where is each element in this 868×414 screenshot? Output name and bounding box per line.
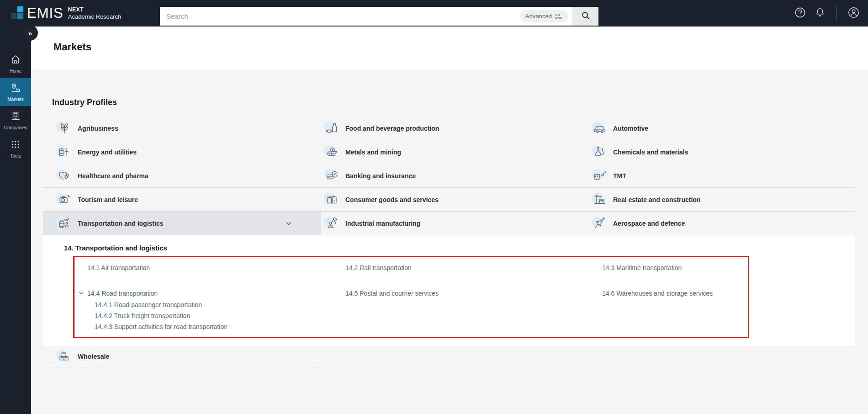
sidebar-expand-button[interactable]: » bbox=[23, 26, 37, 40]
industry-banking-and-insurance[interactable]: Banking and insurance bbox=[321, 164, 587, 188]
industry-transportation-and-logistics[interactable]: Transportation and logistics bbox=[43, 212, 321, 235]
flasks-icon bbox=[593, 145, 608, 159]
chevron-down-icon bbox=[285, 220, 292, 227]
industry-label: Automotive bbox=[613, 125, 648, 132]
industry-label: Banking and insurance bbox=[345, 172, 416, 180]
search-submit-button[interactable] bbox=[572, 7, 598, 26]
sub-industry-row: 14.4 Road transportation 14.4.1 Road pas… bbox=[87, 288, 748, 332]
emis-logo[interactable]: EMIS NEXT Academic Research bbox=[11, 5, 121, 21]
bus-plane-icon bbox=[58, 216, 72, 231]
link-maritime-transportation[interactable]: 14.3 Maritime transportation bbox=[602, 263, 748, 273]
emis-logo-squares-icon bbox=[11, 5, 24, 21]
industry-consumer-goods-and-services[interactable]: Consumer goods and services bbox=[321, 188, 587, 212]
industry-label: Aerospace and defence bbox=[613, 220, 685, 227]
industry-real-estate-and-construction[interactable]: Real estate and construction bbox=[587, 188, 855, 212]
help-button[interactable] bbox=[794, 7, 806, 20]
industry-profiles-grid: Agribusiness Food and beverage productio… bbox=[43, 117, 855, 235]
link-rail-transportation[interactable]: 14.2 Rail transportation bbox=[345, 263, 602, 273]
robot-arm-icon bbox=[325, 216, 340, 231]
fighter-jet-icon bbox=[593, 216, 608, 231]
wheat-icon bbox=[58, 121, 72, 136]
shopping-bags-icon bbox=[325, 192, 340, 207]
sidebar-nav: Home Markets Companies Tools bbox=[0, 0, 31, 414]
logo-product: NEXT bbox=[68, 6, 121, 13]
advanced-search-button[interactable]: Advanced OR AND bbox=[520, 10, 568, 22]
industry-label: Food and beverage production bbox=[345, 125, 439, 132]
metal-rolls-icon bbox=[325, 145, 340, 159]
link-support-activities-road-transportation[interactable]: 14.4.3 Support activities for road trans… bbox=[95, 321, 345, 332]
sidebar-item-home[interactable]: Home bbox=[0, 49, 31, 78]
link-postal-and-courrier-services[interactable]: 14.5 Postal and courrier services bbox=[345, 288, 602, 332]
sidebar-item-label: Markets bbox=[7, 97, 24, 102]
sidebar-item-companies[interactable]: Companies bbox=[0, 106, 31, 134]
industry-aerospace-and-defence[interactable]: Aerospace and defence bbox=[587, 212, 855, 235]
industry-label: Wholesale bbox=[78, 353, 109, 360]
link-truck-freight-transportation[interactable]: 14.4.2 Truck freight transportation bbox=[95, 310, 345, 321]
sidebar-item-label: Companies bbox=[4, 125, 27, 130]
emis-markets-page: EMIS NEXT Academic Research Advanced OR … bbox=[0, 0, 868, 414]
industry-tourism-and-leisure[interactable]: Tourism and leisure bbox=[43, 188, 321, 212]
account-button[interactable] bbox=[847, 7, 860, 20]
tools-icon bbox=[10, 139, 21, 152]
card-shield-icon bbox=[325, 169, 340, 183]
barrel-turbine-icon bbox=[58, 145, 72, 159]
user-account-icon bbox=[847, 6, 860, 21]
top-bar: EMIS NEXT Academic Research Advanced OR … bbox=[0, 0, 868, 27]
industry-label: Transportation and logistics bbox=[78, 220, 163, 227]
industry-label: Metals and mining bbox=[345, 149, 401, 156]
search-input[interactable] bbox=[160, 7, 520, 26]
section-title: Industry Profiles bbox=[52, 98, 117, 107]
link-road-transportation[interactable]: 14.4 Road transportation bbox=[87, 290, 158, 297]
bell-icon bbox=[814, 6, 826, 20]
industry-industrial-manufacturing[interactable]: Industrial manufacturing bbox=[321, 212, 587, 235]
help-icon bbox=[794, 6, 806, 21]
page-header: Markets bbox=[31, 27, 868, 69]
industry-wholesale[interactable]: Wholesale bbox=[43, 346, 321, 367]
markets-content: Industry Profiles Agribusiness Food and … bbox=[31, 69, 868, 414]
industry-metals-and-mining[interactable]: Metals and mining bbox=[321, 140, 587, 164]
sidebar-item-label: Home bbox=[10, 69, 22, 74]
markets-icon bbox=[10, 82, 21, 95]
industry-healthcare-and-pharma[interactable]: Healthcare and pharma bbox=[43, 164, 321, 188]
expanded-section-heading: 14. Transportation and logistics bbox=[64, 244, 167, 252]
notifications-button[interactable] bbox=[814, 7, 826, 20]
heart-pill-icon bbox=[58, 169, 72, 183]
laptop-satellite-icon bbox=[593, 169, 608, 183]
transportation-expanded-panel: 14. Transportation and logistics 14.1 Ai… bbox=[43, 235, 855, 346]
industry-label: TMT bbox=[613, 172, 626, 180]
industry-automotive[interactable]: Automotive bbox=[587, 117, 855, 140]
companies-icon bbox=[10, 111, 21, 123]
link-road-passenger-transportation[interactable]: 14.4.1 Road passenger transportation bbox=[95, 299, 345, 310]
industry-label: Real estate and construction bbox=[613, 196, 700, 203]
industry-food-and-beverage[interactable]: Food and beverage production bbox=[321, 117, 587, 140]
camera-icon bbox=[58, 192, 72, 207]
industry-label: Energy and utilities bbox=[78, 149, 137, 156]
crane-building-icon bbox=[593, 192, 608, 207]
link-air-transportation[interactable]: 14.1 Air transportation bbox=[87, 263, 345, 273]
industry-label: Healthcare and pharma bbox=[78, 172, 148, 180]
industry-label: Consumer goods and services bbox=[345, 196, 439, 203]
annotation-red-box: 14.1 Air transportation 14.2 Rail transp… bbox=[73, 256, 749, 338]
advanced-label: Advanced bbox=[525, 13, 552, 20]
industry-agribusiness[interactable]: Agribusiness bbox=[43, 117, 321, 140]
sidebar-item-label: Tools bbox=[10, 154, 21, 159]
car-icon bbox=[593, 121, 608, 136]
search-icon bbox=[581, 11, 591, 22]
or-and-operator-icon: OR AND bbox=[555, 13, 562, 20]
bottle-fish-icon bbox=[325, 121, 340, 136]
industry-energy-and-utilities[interactable]: Energy and utilities bbox=[43, 140, 321, 164]
crates-icon bbox=[58, 349, 72, 364]
sidebar-item-markets[interactable]: Markets bbox=[0, 78, 31, 106]
topbar-divider bbox=[836, 5, 837, 21]
double-chevron-right-icon: » bbox=[28, 29, 32, 37]
industry-label: Industrial manufacturing bbox=[345, 220, 420, 227]
industry-chemicals-and-materials[interactable]: Chemicals and materials bbox=[587, 140, 855, 164]
link-warehouses-and-storage-services[interactable]: 14.6 Warehouses and storage services bbox=[602, 288, 748, 332]
sidebar-item-tools[interactable]: Tools bbox=[0, 134, 31, 163]
industry-label: Agribusiness bbox=[78, 125, 118, 132]
industry-tmt[interactable]: TMT bbox=[587, 164, 855, 188]
logo-suite: Academic Research bbox=[68, 13, 121, 20]
home-icon bbox=[10, 54, 21, 67]
page-title: Markets bbox=[53, 41, 91, 53]
industry-label: Tourism and leisure bbox=[78, 196, 138, 203]
